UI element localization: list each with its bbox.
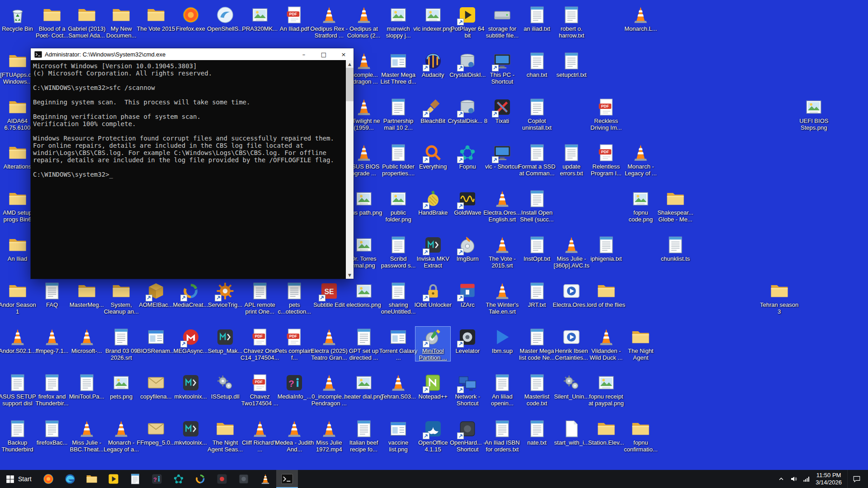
desktop-icon-reckless-driving-im[interactable]: PDFReckless Driving Im... bbox=[589, 97, 623, 131]
desktop-icon-an-iliad-txt[interactable]: an iliad.txt bbox=[519, 5, 554, 32]
desktop-icon-storage-for-subtitle-file[interactable]: storage for subtitle file... bbox=[485, 5, 519, 39]
desktop-icon-scribd-password-s[interactable]: Scribd password s... bbox=[381, 235, 416, 269]
desktop-icon-alterations[interactable]: Alterations bbox=[0, 142, 35, 170]
desktop-icon-imgburn[interactable]: ImgBurn bbox=[450, 235, 485, 262]
desktop-icon-mediainfo[interactable]: ?MediaInfo_... bbox=[277, 372, 312, 400]
minimize-button[interactable]: – bbox=[294, 48, 314, 60]
desktop-icon-monarch-l[interactable]: Monarch.L... bbox=[623, 5, 658, 32]
desktop-icon-microsoft[interactable]: Microsoft-... bbox=[69, 327, 104, 354]
taskbar-item-file-explorer[interactable] bbox=[81, 470, 103, 488]
desktop-icon-aomeibac[interactable]: AOMEIBac... bbox=[138, 281, 173, 308]
desktop-icon-biosrenam[interactable]: BIOSRenam... bbox=[138, 327, 173, 354]
desktop-icon-levelator[interactable]: Levelator bbox=[450, 327, 485, 354]
desktop-icon-recycle-bin[interactable]: Recycle Bin bbox=[0, 5, 35, 32]
action-center-button[interactable] bbox=[847, 470, 865, 488]
desktop-icon-vlc-indexer-png[interactable]: vlc indexer.png bbox=[415, 5, 450, 32]
desktop-icon-everything[interactable]: Everything bbox=[415, 142, 450, 170]
desktop-icon-iphigenia-txt[interactable]: iphigenia.txt bbox=[589, 235, 623, 262]
taskbar-item-mediainfo[interactable]: ? bbox=[146, 470, 168, 488]
desktop-icon-chavez-two174504[interactable]: PDFChavez Two174504 ... bbox=[242, 372, 277, 407]
desktop-icon-notepad[interactable]: Notepad++ bbox=[415, 372, 450, 400]
console-scrollbar[interactable]: ▲ ▼ bbox=[346, 60, 354, 279]
desktop-icon-an-iliad[interactable]: An Iliad bbox=[0, 235, 35, 262]
taskbar-item-browser[interactable] bbox=[59, 470, 81, 488]
taskbar-item-recorder[interactable] bbox=[211, 470, 233, 488]
desktop-icon-tixati[interactable]: Tixati bbox=[485, 97, 519, 124]
cmd-titlebar[interactable]: Administrator: C:\Windows\System32\cmd.e… bbox=[31, 48, 354, 60]
desktop-icon-mkvtoolnix[interactable]: mkvtoolnix... bbox=[173, 418, 208, 446]
desktop-icon-iobit-unlocker[interactable]: IObit Unlocker bbox=[415, 281, 450, 308]
desktop-icon-oedipus-rex-stratford[interactable]: Oedipus Rex - Stratford ... bbox=[311, 5, 346, 39]
desktop-icon-openhard-shortcut[interactable]: OpenHard... - Shortcut bbox=[450, 418, 485, 453]
desktop-icon-ibm-sup[interactable]: Ibm.sup bbox=[485, 327, 519, 354]
desktop-icon-the-night-agent-seas[interactable]: The Night Agent Seas... bbox=[208, 418, 243, 453]
desktop-icon-electra-ores[interactable]: Electra.Ores... bbox=[554, 281, 589, 308]
desktop-icon-monarch-legacy-of[interactable]: Monarch - Legacy of ... bbox=[623, 142, 658, 177]
desktop-icon-master-mega-list-code-ne[interactable]: Master Mega list code Ne... bbox=[519, 327, 554, 361]
desktop-icon-andor-season-1[interactable]: Andor Season 1 bbox=[0, 281, 35, 315]
desktop-icon-robert-o-harrow-txt[interactable]: robert o. harrow.txt bbox=[554, 5, 589, 39]
desktop-icon-an-iliad-pdf[interactable]: PDFAn Iliad.pdf bbox=[277, 5, 312, 32]
desktop-icon-asus-setup-support-disl[interactable]: ASUS SETUP support disl bbox=[0, 372, 35, 407]
desktop-icon-firefox-and-thunderbir[interactable]: firefox and Thunderbir... bbox=[35, 372, 70, 407]
desktop-icon-ffmpeg-7-1[interactable]: ffmpeg-7.1... bbox=[35, 327, 70, 354]
taskbar-item-firefox[interactable] bbox=[38, 470, 59, 488]
desktop-icon-pets-c-otection[interactable]: pets c...otection... bbox=[277, 281, 312, 315]
desktop-icon-the-winter-s-tale-en-srt[interactable]: The Winter's Tale.en.srt bbox=[485, 281, 519, 315]
desktop-icon-nate-txt[interactable]: nate.txt bbox=[519, 418, 554, 446]
cmd-console[interactable]: Microsoft Windows [Version 10.0.19045.38… bbox=[31, 60, 354, 279]
desktop-icon-system-cleanup-an[interactable]: System, Cleanup an... bbox=[104, 281, 139, 315]
desktop-icon-servicetrig[interactable]: ServiceTrig... bbox=[208, 281, 243, 308]
desktop-icon-this-pc-shortcut[interactable]: This PC - Shortcut bbox=[485, 51, 519, 85]
desktop-icon-apl-remote-print-one[interactable]: APL remote print One... bbox=[242, 281, 277, 315]
desktop-icon-vaccine-list-png[interactable]: vaccine list.png bbox=[381, 418, 416, 453]
desktop-icon-setup-mak[interactable]: Setup_Mak... bbox=[208, 327, 243, 354]
desktop-icon-ffmpeg-5-0[interactable]: FFmpeg_5.0... bbox=[138, 418, 173, 446]
desktop-icon-sharing-oneuntitled[interactable]: sharing oneUntitled... bbox=[381, 281, 416, 315]
desktop-icon-elections-png[interactable]: elections.png bbox=[346, 281, 381, 308]
desktop-icon-uefi-bios-steps-png[interactable]: UEFI BIOS Steps.png bbox=[797, 97, 831, 131]
desktop-icon-network-shortcut[interactable]: Network - Shortcut bbox=[450, 372, 485, 407]
scroll-down-icon[interactable]: ▼ bbox=[346, 271, 354, 279]
desktop-icon-italian-beef-recipe-fo[interactable]: Italian beef recipe fo... bbox=[346, 418, 381, 453]
desktop-icon-copyfilena[interactable]: copyfilena... bbox=[138, 372, 173, 400]
desktop-icon-issetup-dll[interactable]: ISSetup.dll bbox=[208, 372, 243, 400]
desktop-icon-silent-unin[interactable]: Silent_Unin... bbox=[554, 372, 589, 400]
desktop-icon-fopnu[interactable]: Fopnu bbox=[450, 142, 485, 170]
desktop-icon-update-errors-txt[interactable]: update errors.txt bbox=[554, 142, 589, 177]
desktop-icon-brand-03-09-2026-srt[interactable]: Brand 03 09 2026.srt bbox=[104, 327, 139, 361]
desktop-icon-potplayer-64-bit[interactable]: PotPlayer 64 bit bbox=[450, 5, 485, 39]
desktop-icon-format-a-ssd-at-comman[interactable]: Format a SSD at Comman... bbox=[519, 142, 554, 177]
desktop[interactable]: Recycle BinBlood of a Poet- Coct...Gabri… bbox=[0, 0, 868, 488]
scroll-up-icon[interactable]: ▲ bbox=[346, 60, 354, 68]
desktop-icon-setupctrl-txt[interactable]: setupctrl.txt bbox=[554, 51, 589, 78]
desktop-icon-relentless-program-i[interactable]: PDFRelentless Program I... bbox=[589, 142, 623, 177]
desktop-icon-pets-png[interactable]: pets.png bbox=[104, 372, 139, 400]
desktop-icon-station-elev[interactable]: Station.Elev... bbox=[589, 418, 623, 446]
desktop-icon-minitool-partition[interactable]: MiniTool Partition ... bbox=[415, 327, 450, 361]
desktop-icon-subtitle-edit[interactable]: SESubtitle Edit bbox=[311, 281, 346, 308]
desktop-icon-chan-txt[interactable]: chan.txt bbox=[519, 51, 554, 78]
desktop-icon-electra-2025-teatro-gran[interactable]: Electra (2025) Teatro Gran... bbox=[311, 327, 346, 361]
desktop-icon-mkvtoolnix[interactable]: mkvtoolnix... bbox=[173, 372, 208, 400]
desktop-icon-chavez-one-c14-174504[interactable]: PDFChavez One C14_174504... bbox=[242, 327, 277, 361]
desktop-icon-install-open-shell-succ[interactable]: Install Open Shell (succ... bbox=[519, 188, 554, 223]
scroll-thumb[interactable] bbox=[346, 68, 354, 101]
desktop-icon-fopnu-confirmatio[interactable]: fopnu confirmatio... bbox=[623, 418, 658, 453]
taskbar-item-vlc[interactable] bbox=[255, 470, 276, 488]
desktop-icon-the-vote-2015-srt[interactable]: The Vote - 2015.srt bbox=[485, 235, 519, 269]
desktop-icon-henrik-ibsen-certainties[interactable]: Henrik Ibsen Certainties... bbox=[554, 327, 589, 361]
desktop-icon-lord-of-the-flies[interactable]: lord of the flies bbox=[589, 281, 623, 308]
desktop-icon-fopnu-receipt-at-paypal-png[interactable]: fopnu receipt at paypal.png bbox=[589, 372, 623, 407]
desktop-icon-ftuapps-c-windows[interactable]: [FTUApps.c - Windows... bbox=[0, 51, 35, 85]
desktop-icon-audacity[interactable]: Audacity bbox=[415, 51, 450, 78]
desktop-icon-electra-ores-english-srt[interactable]: Electra.Ores... English.srt bbox=[485, 188, 519, 223]
desktop-icon-andor-s02-1[interactable]: Andor.S02.1... bbox=[0, 327, 35, 354]
desktop-icon-pets-complaint-f[interactable]: PDFPets complaint f... bbox=[277, 327, 312, 361]
desktop-icon-izarc[interactable]: IZArc bbox=[450, 281, 485, 308]
desktop-icon-public-folder-png[interactable]: public folder.png bbox=[381, 188, 416, 223]
desktop-icon-goldwave[interactable]: GoldWave bbox=[450, 188, 485, 216]
desktop-icon-firefox-exe[interactable]: Firefox.exe bbox=[173, 5, 208, 32]
taskbar-item-utility[interactable] bbox=[233, 470, 255, 488]
desktop-icon-copilot-uninstall-txt[interactable]: Copilot uninstall.txt bbox=[519, 97, 554, 131]
